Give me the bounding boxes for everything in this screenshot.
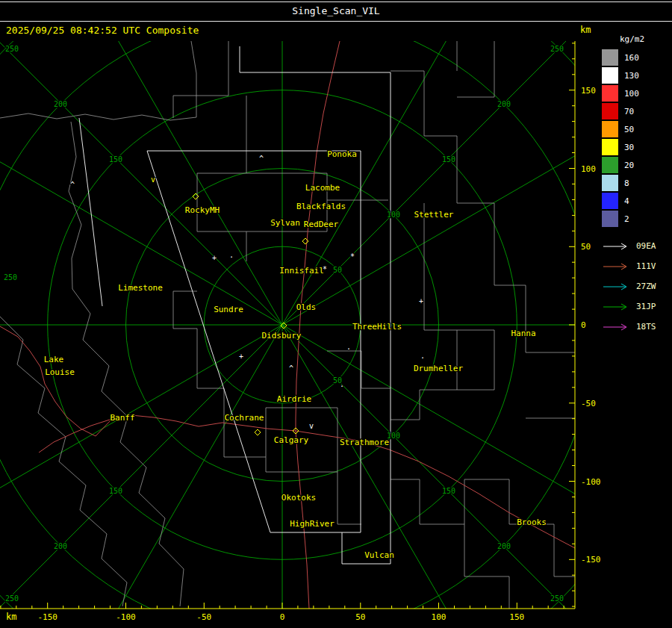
colorbar-entry: 100	[602, 84, 644, 102]
colorbar-value: 4	[624, 196, 629, 206]
radar-legend-row: 111V	[602, 256, 656, 276]
county-boundary	[337, 472, 361, 524]
colorbar-swatch	[602, 85, 618, 102]
colorbar-swatch	[602, 175, 618, 191]
colorbar-value: 20	[624, 161, 634, 170]
point-marker: *	[350, 252, 355, 261]
city-label-banff: Banff	[110, 413, 134, 423]
colorbar-entry: 130	[602, 66, 644, 84]
city-label-sundre: Sundre	[214, 305, 243, 314]
point-marker: .	[420, 352, 425, 360]
y-axis-tick-label: 100	[581, 164, 596, 174]
azimuth-line-135	[0, 0, 672, 628]
radar-arrow-icon	[602, 282, 632, 291]
city-label-hanna: Hanna	[511, 329, 535, 338]
city-label-ponoka: Ponoka	[327, 149, 357, 159]
county-boundary	[0, 114, 196, 120]
y-axis-tick-label: -100	[581, 477, 601, 487]
city-label-rockymh: RockyMH	[185, 205, 220, 215]
x-axis-tick-label: 150	[509, 612, 524, 622]
ring-distance-label: 100	[387, 211, 400, 219]
colorbar-scale: 16013010070503020842	[602, 49, 644, 228]
county-boundary	[197, 96, 246, 261]
county-boundary	[224, 388, 266, 457]
county-boundary	[391, 203, 457, 420]
county-boundary	[173, 329, 224, 388]
azimuth-line-120	[0, 0, 566, 628]
map-plot-area: 5010015020025015020025050100150200250150…	[0, 0, 672, 628]
ring-distance-label: 200	[497, 100, 511, 108]
point-marker: +	[419, 297, 423, 305]
x-axis-tick-label: 0	[280, 612, 285, 622]
point-marker: ^	[259, 155, 264, 163]
ring-distance-label: 200	[54, 542, 67, 550]
coverage-outline	[79, 118, 102, 306]
radar-site-legend: 09EA111V27ZW31JP18TS	[602, 236, 656, 337]
colorbar-entry: 50	[602, 120, 644, 138]
radar-arrow-icon	[602, 242, 632, 251]
colorbar-value: 70	[624, 107, 634, 116]
radar-arrow-icon	[602, 302, 632, 311]
y-axis-tick-label: -150	[581, 555, 601, 565]
ring-distance-label: 250	[5, 45, 19, 53]
y-axis-tick-label: 150	[581, 86, 596, 96]
colorbar-swatch	[602, 157, 618, 173]
colorbar-swatch	[602, 121, 618, 137]
x-axis-tick-label: -150	[37, 612, 57, 622]
park-boundary	[72, 289, 184, 606]
colorbar-swatch	[602, 103, 618, 119]
city-label-cochrane: Cochrane	[225, 413, 264, 423]
colorbar-swatch	[602, 139, 618, 155]
colorbar-entry: 4	[602, 192, 644, 210]
colorbar-value: 100	[624, 89, 639, 99]
colorbar-swatch	[602, 49, 618, 66]
county-boundary	[457, 330, 494, 390]
city-label-didsbury: Didsbury	[262, 331, 302, 341]
ring-distance-label: 200	[54, 100, 67, 108]
point-marker: v	[151, 175, 155, 184]
city-label-airdrie: Airdrie	[277, 394, 311, 404]
city-label-brooks: Brooks	[517, 517, 547, 527]
azimuth-line-45	[0, 0, 672, 628]
county-boundary	[191, 41, 196, 117]
city-label-innisfail: Innisfail	[279, 266, 324, 276]
y-axis-tick-label: -50	[581, 399, 596, 408]
radar-map: 5010015020025015020025050100150200250150…	[0, 0, 672, 628]
y-axis-tick-label: 0	[581, 320, 586, 330]
city-label-okotoks: Okotoks	[281, 493, 316, 503]
city-label-calgary: Calgary	[274, 435, 309, 445]
x-axis-tick-label: 50	[355, 612, 365, 622]
ring-distance-label: 150	[109, 487, 122, 495]
radar-legend-row: 18TS	[602, 317, 656, 337]
city-label-highriver: HighRiver	[290, 519, 335, 529]
radar-arrow-icon	[602, 323, 632, 332]
y-axis-tick-label: 50	[581, 242, 591, 252]
city-label-lacombe: Lacombe	[305, 183, 340, 193]
point-marker: *	[323, 265, 327, 273]
radar-id-label: 31JP	[636, 302, 656, 311]
point-marker: +	[239, 352, 243, 361]
colorbar-entry: 20	[602, 156, 644, 174]
range-ring-250	[0, 0, 672, 628]
colorbar: kg/m2 16013010070503020842	[602, 34, 644, 228]
point-marker: .	[229, 251, 234, 259]
colorbar-entry: 30	[602, 138, 644, 156]
radar-id-label: 27ZW	[636, 282, 656, 291]
point-marker: ^	[70, 181, 75, 189]
city-label-olds: Olds	[296, 302, 317, 312]
radar-legend-row: 31JP	[602, 296, 656, 317]
city-label-lake: Lake	[44, 355, 64, 364]
county-boundary	[173, 291, 197, 329]
county-boundary	[173, 41, 228, 118]
city-marker-icon	[255, 429, 261, 435]
colorbar-value: 8	[624, 178, 629, 188]
colorbar-swatch	[602, 67, 618, 84]
azimuth-line-60	[0, 0, 566, 628]
colorbar-entry: 160	[602, 49, 644, 66]
x-axis-tick-label: -50	[196, 612, 211, 622]
colorbar-value: 130	[624, 71, 639, 81]
colorbar-value: 50	[624, 125, 634, 134]
city-marker-icon	[302, 238, 308, 244]
colorbar-value: 160	[624, 53, 639, 63]
highway	[0, 326, 112, 436]
